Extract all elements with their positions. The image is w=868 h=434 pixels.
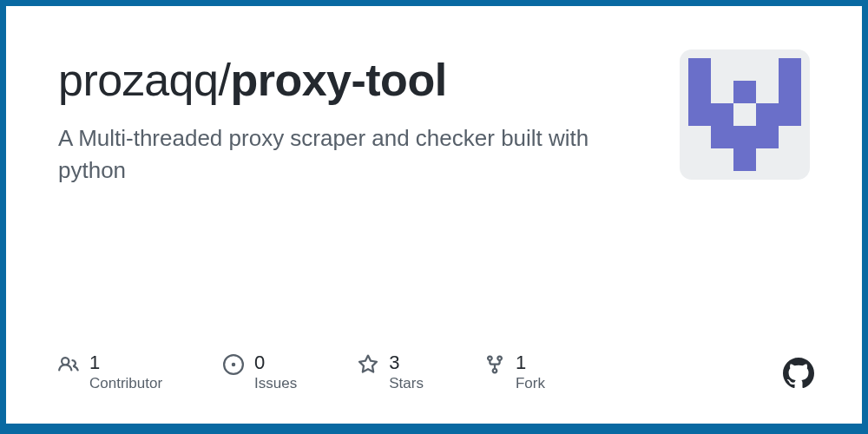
forks-label: Fork bbox=[516, 375, 545, 392]
svg-rect-11 bbox=[756, 126, 779, 148]
people-icon bbox=[58, 354, 79, 375]
svg-rect-8 bbox=[779, 103, 801, 126]
stats-row: 1 Contributor 0 Issues 3 Stars bbox=[58, 352, 545, 392]
header-row: prozaqq/proxy-tool A Multi-threaded prox… bbox=[58, 49, 810, 187]
svg-rect-2 bbox=[688, 81, 711, 103]
stat-text: 1 Contributor bbox=[89, 352, 162, 392]
stat-text: 1 Fork bbox=[516, 352, 545, 392]
stat-text: 0 Issues bbox=[254, 352, 297, 392]
repo-social-card: prozaqq/proxy-tool A Multi-threaded prox… bbox=[0, 0, 868, 434]
repo-title: prozaqq/proxy-tool bbox=[58, 55, 654, 107]
issues-label: Issues bbox=[254, 375, 297, 392]
svg-rect-0 bbox=[688, 58, 711, 81]
stat-contributors: 1 Contributor bbox=[58, 352, 162, 392]
svg-rect-3 bbox=[733, 81, 756, 103]
contributors-value: 1 bbox=[89, 352, 162, 372]
svg-rect-5 bbox=[688, 103, 711, 126]
stat-text: 3 Stars bbox=[389, 352, 424, 392]
repo-description: A Multi-threaded proxy scraper and check… bbox=[58, 122, 596, 187]
stars-label: Stars bbox=[389, 375, 424, 392]
forks-value: 1 bbox=[516, 352, 545, 372]
svg-rect-12 bbox=[733, 148, 756, 171]
svg-rect-1 bbox=[779, 58, 801, 81]
svg-rect-7 bbox=[756, 103, 779, 126]
fork-icon bbox=[484, 354, 505, 375]
star-icon bbox=[358, 354, 378, 375]
svg-rect-6 bbox=[711, 103, 733, 126]
issue-icon bbox=[223, 354, 244, 375]
stat-issues: 0 Issues bbox=[223, 352, 297, 392]
svg-rect-4 bbox=[779, 81, 801, 103]
repo-text-block: prozaqq/proxy-tool A Multi-threaded prox… bbox=[58, 49, 654, 187]
github-logo-icon bbox=[783, 358, 814, 389]
issues-value: 0 bbox=[254, 352, 297, 372]
svg-rect-9 bbox=[711, 126, 733, 148]
repo-name: proxy-tool bbox=[230, 55, 446, 105]
contributors-label: Contributor bbox=[89, 375, 162, 392]
identicon-icon bbox=[688, 58, 801, 171]
stat-forks: 1 Fork bbox=[484, 352, 545, 392]
svg-rect-10 bbox=[733, 126, 756, 148]
repo-avatar bbox=[680, 49, 810, 180]
stat-stars: 3 Stars bbox=[358, 352, 424, 392]
stars-value: 3 bbox=[389, 352, 424, 372]
repo-owner: prozaqq bbox=[58, 55, 218, 105]
repo-separator: / bbox=[218, 55, 230, 105]
